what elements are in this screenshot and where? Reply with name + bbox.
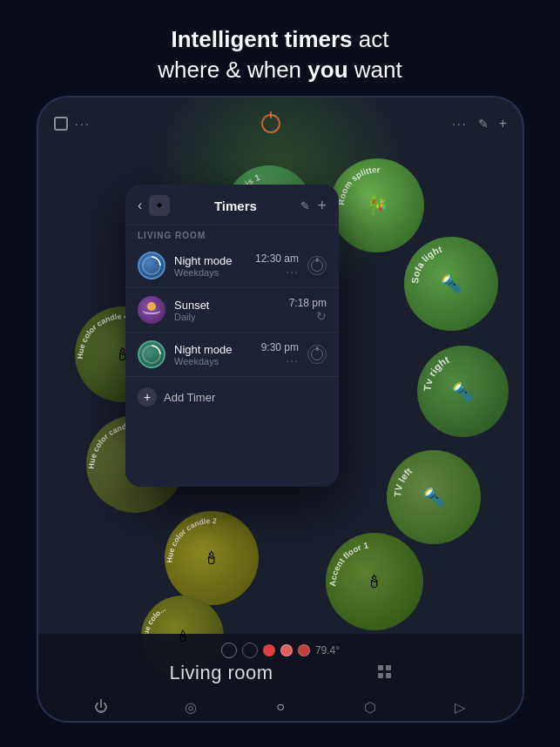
top-bar: ··· ··· ✎ + [38,108,523,139]
top-bar-left: ··· [54,117,91,131]
ctrl-power[interactable] [221,643,237,658]
light-hue-candle-2[interactable]: 🕯 Hue color candle 2 [165,511,259,605]
timer-schedule-comfy: Weekdays [174,356,253,367]
timers-modal: ‹ ✦ Timers ✎ + LIVING ROOM Night mode We… [125,185,339,487]
room-controls: 79.4° [221,643,340,658]
top-bar-center [261,114,280,133]
svg-text:Tv right: Tv right [422,354,451,392]
svg-text:Sofa light: Sofa light [409,244,443,284]
timer-info-sunset: Sunset Daily [174,299,280,322]
timer-avatar-sunset [138,296,165,324]
header-line2: where & when you want [158,57,401,83]
color-darkred[interactable] [298,644,310,656]
add-timer-row[interactable]: + Add Timer [125,377,339,417]
timer-name-evening: Night mode [174,254,246,267]
modal-header: ‹ ✦ Timers ✎ + [125,185,339,225]
modal-add-icon[interactable]: + [317,197,327,215]
color-pink[interactable] [280,644,293,656]
timer-info-comfy: Night mode Weekdays [174,343,253,367]
room-name-label: Living room [169,662,391,684]
timer-right-evening: 12:30 am ··· [255,252,299,279]
nav-bar: ⏻ ◎ ○ ⬡ ▷ [38,690,523,723]
power-icon[interactable] [261,114,280,133]
timer-schedule-evening: Weekdays [174,267,246,278]
timer-right-comfy: 9:30 pm ··· [261,341,299,367]
top-bar-right: ··· ✎ + [452,116,507,131]
timer-avatar-evening [138,252,165,279]
menu-icon[interactable]: ··· [75,117,91,131]
header: Intelligent timers act where & when you … [0,0,560,98]
more-icon[interactable]: ··· [452,117,468,131]
modal-room-label: LIVING ROOM [125,225,339,244]
svg-rect-16 [378,673,383,678]
nav-back[interactable]: ◎ [180,697,201,717]
timer-row-comfy[interactable]: Night mode Weekdays 9:30 pm ··· [125,333,339,377]
timer-avatar-comfy [138,340,165,368]
device-frame: ··· ··· ✎ + 🏮 Hue Iris 1 🎋 [37,96,524,723]
timer-row-sunset[interactable]: Sunset Daily 7:18 pm ↻ [125,288,339,333]
add-timer-icon: + [138,387,157,407]
room-control-icons: 79.4° [221,643,340,658]
timer-row-evening[interactable]: Night mode Weekdays 12:30 am ··· [125,244,339,288]
light-sofa[interactable]: 🔦 Sofa light [404,237,498,331]
header-line1: Intelligent timers act [172,26,389,52]
back-button[interactable]: ‹ [138,198,142,213]
nav-play[interactable]: ▷ [449,697,470,717]
timer-toggle-evening[interactable] [307,256,327,275]
nav-settings[interactable]: ⬡ [360,697,381,717]
temperature-label: 79.4° [315,644,340,656]
timer-schedule-sunset: Daily [174,312,280,322]
sidebar-icon[interactable] [54,117,68,131]
timer-name-comfy: Night mode [174,343,253,356]
svg-rect-17 [386,673,391,678]
add-timer-label: Add Timer [164,391,215,404]
ctrl-timer[interactable] [242,643,258,658]
modal-edit-icon[interactable]: ✎ [300,199,310,212]
light-tv-left[interactable]: 🔦 TV left [387,450,481,544]
edit-icon[interactable]: ✎ [478,117,489,131]
add-icon[interactable]: + [499,116,507,131]
light-accent-floor[interactable]: 🕯 Accent floor 1 [326,533,423,630]
svg-text:TV left: TV left [392,465,414,497]
grid-view-icon[interactable] [378,662,392,684]
svg-rect-14 [378,665,383,670]
nav-home[interactable]: ○ [270,697,291,717]
scene-icon: ✦ [149,195,170,216]
light-tv-right[interactable]: 🔦 Tv right [417,346,509,437]
timer-name-sunset: Sunset [174,299,280,312]
svg-text:Accent floor 1: Accent floor 1 [327,540,369,587]
color-red[interactable] [263,644,275,656]
bottom-bar: 79.4° Living room ⏻ ◎ ○ ⬡ ▷ [38,634,523,721]
timer-toggle-comfy[interactable] [307,345,327,364]
timer-right-sunset: 7:18 pm ↻ [289,297,327,323]
nav-power[interactable]: ⏻ [91,697,111,717]
modal-empty-space [125,417,339,487]
svg-point-12 [147,302,156,311]
modal-title: Timers [177,199,293,213]
timer-info-evening: Night mode Weekdays [174,254,246,278]
svg-rect-15 [386,665,391,670]
